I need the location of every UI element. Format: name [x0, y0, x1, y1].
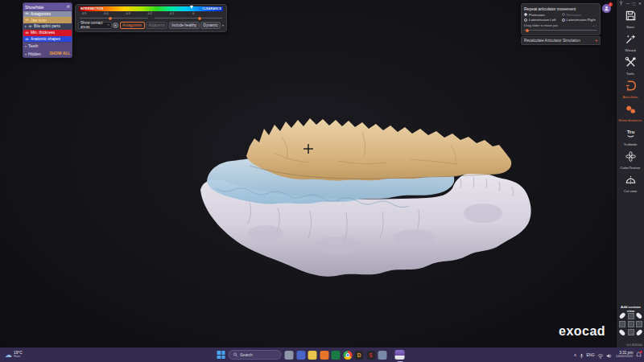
view-left-button[interactable] [619, 321, 625, 327]
dynamic-dropdown-icon[interactable]: ▾ [222, 23, 224, 27]
volume-icon[interactable] [606, 348, 613, 362]
taskbar-excel-icon[interactable] [332, 351, 341, 360]
show-hide-row[interactable]: Min. thickness [23, 30, 72, 35]
tray-clock[interactable]: 3:31 pm 14/05/2022 [616, 351, 634, 359]
pin-icon[interactable] [619, 1, 623, 7]
view-navigation-pad[interactable] [619, 312, 642, 337]
weather-widget[interactable]: ☁ 19°C Rain [5, 351, 23, 359]
eye-icon[interactable] [28, 25, 32, 28]
recalculate-simulation-button[interactable]: Recalculate Articulator Simulation ▾ [521, 36, 601, 45]
show-hide-panel: Show/hide ⚙ AntagonistsJaw scan▸Bite spl… [23, 2, 72, 58]
hidden-section[interactable]: ▾Hidden SHOW ALL [23, 50, 72, 57]
jaw-slider-handle[interactable] [526, 29, 529, 32]
taskbar-app-s-icon[interactable]: S [366, 351, 375, 360]
eye-icon[interactable] [25, 31, 29, 35]
radio-icon [524, 19, 527, 22]
view-down-button[interactable] [628, 329, 634, 335]
view-diagonal-button[interactable] [619, 329, 626, 336]
taskbar-explorer-icon[interactable] [308, 351, 317, 360]
microphone-icon[interactable] [580, 348, 584, 362]
person-icon [604, 6, 609, 11]
show-hide-row[interactable]: Anatomic shapes [23, 36, 72, 42]
taskbar-search[interactable]: Search [229, 350, 282, 360]
colorbar-tick: -0.5 [81, 12, 86, 15]
upper-jaw-scan-model[interactable] [246, 118, 511, 181]
contact-filter-buttons: AntagonistsAdjacentsInclude healthyDynam… [120, 22, 221, 29]
show-hide-row[interactable]: ▸Bite splint parts [23, 23, 72, 29]
sidebar-item-color-texture[interactable]: Color/Texture [617, 149, 644, 172]
notifications-bell-icon[interactable] [636, 352, 642, 358]
taskbar-mail-icon[interactable] [378, 351, 387, 360]
show-hide-rows: AntagonistsJaw scan▸Bite splint partsMin… [23, 11, 72, 43]
close-icon[interactable]: ✕ [638, 2, 642, 6]
jaw-movement-slider[interactable] [524, 28, 597, 32]
show-hide-row[interactable]: Jaw scan [23, 17, 72, 23]
sidebar-item-cut-view[interactable]: Cut view [617, 172, 644, 195]
notification-dot [640, 351, 642, 353]
dynamic-button[interactable]: Dynamic [200, 22, 221, 29]
contact-target-icon[interactable] [113, 23, 118, 28]
antagonists-button[interactable]: Antagonists [120, 22, 145, 29]
help-avatar-button[interactable]: 1 [602, 4, 611, 13]
adjacents-button[interactable]: Adjacents [146, 22, 167, 29]
show-all-button[interactable]: SHOW ALL [50, 51, 70, 56]
show-hide-header[interactable]: Show/hide ⚙ [23, 3, 72, 10]
articulator-panel: Repeat articulator movement ProtrusionRe… [521, 3, 601, 35]
taskbar-apps: DS [285, 351, 387, 360]
sidebar-item-save[interactable]: Save [617, 8, 644, 31]
minimize-icon[interactable]: — [626, 2, 630, 6]
sidebar-item-show-distances[interactable]: Show distances [617, 101, 644, 125]
eye-icon[interactable] [25, 19, 29, 22]
right-sidebar: — ▢ ✕ SaveWizardToolsArticulatorShow dis… [616, 0, 644, 348]
view-right-button[interactable] [636, 321, 642, 327]
cloud-icon: ☁ [5, 352, 12, 359]
taskbar-chrome-icon[interactable] [343, 351, 352, 360]
play-icon[interactable]: › [596, 23, 597, 27]
system-tray: ∧ ENG 3:31 pm 14/05/2022 [574, 348, 642, 362]
articulator-panel-title: Repeat articulator movement [524, 6, 597, 11]
language-indicator[interactable]: ENG [587, 353, 595, 357]
wifi-icon[interactable] [597, 348, 604, 362]
intersection-slider-handle[interactable] [109, 17, 112, 20]
intersection-slider[interactable] [80, 16, 148, 20]
gear-icon[interactable]: ⚙ [67, 5, 70, 9]
jaw-slider-label: Drag slider to move jaw [524, 23, 558, 27]
view-diagonal-button[interactable] [619, 312, 626, 319]
eye-icon[interactable] [25, 38, 29, 41]
sidebar-item-articulator[interactable]: Articulator [617, 78, 644, 101]
search-icon [233, 352, 238, 357]
taskbar-dental-d-icon[interactable]: D [355, 351, 364, 360]
clearance-slider[interactable] [155, 16, 223, 20]
expand-icon[interactable]: ▸ [25, 24, 27, 28]
clearance-slider-handle[interactable] [198, 17, 201, 20]
include-healthy-button[interactable]: Include healthy [169, 22, 200, 29]
contact-areas-dropdown[interactable]: Show contact areas ▾ [78, 22, 112, 29]
window-controls: — ▢ ✕ [617, 0, 644, 8]
radio-laterotrusion-right[interactable]: Laterotrusion Right [562, 18, 598, 22]
teeth-section[interactable]: ▾Teeth [23, 43, 72, 50]
taskbar-task-view-icon[interactable] [285, 351, 294, 360]
view-diagonal-button[interactable] [636, 329, 643, 336]
colorbar-ticks: -0.5-0.4-0.3-0.2-0.10 [79, 12, 223, 16]
radio-retrusion[interactable]: Retrusion [562, 13, 598, 17]
distance-colorbar[interactable]: INTERSECTION CLEARANCE [79, 6, 223, 11]
maximize-icon[interactable]: ▢ [632, 2, 635, 6]
view-diagonal-button[interactable] [636, 312, 643, 319]
show-hide-row[interactable]: Antagonists [23, 11, 72, 17]
taskbar-firefox-icon[interactable] [320, 351, 328, 360]
start-button[interactable] [217, 351, 225, 359]
sidebar-item-wizard[interactable]: Wizard [617, 31, 644, 55]
colorbar-marker[interactable] [190, 6, 193, 9]
eye-icon[interactable] [25, 12, 29, 15]
taskbar-exocad-icon[interactable] [395, 350, 405, 360]
view-up-button[interactable] [628, 313, 634, 319]
view-front-button[interactable] [628, 321, 634, 327]
dental-model-scene[interactable] [0, 0, 616, 348]
sidebar-item-tools[interactable]: Tools [617, 55, 644, 78]
radio-laterotrusion-left[interactable]: Laterotrusion Left [524, 18, 560, 22]
3d-viewport[interactable]: exocad [0, 0, 616, 348]
sidebar-item-trusmile[interactable]: TruTruSmile [617, 125, 644, 149]
tray-chevron-icon[interactable]: ∧ [574, 352, 577, 357]
radio-protrusion[interactable]: Protrusion [524, 13, 560, 17]
taskbar-teams-icon[interactable] [296, 351, 305, 360]
